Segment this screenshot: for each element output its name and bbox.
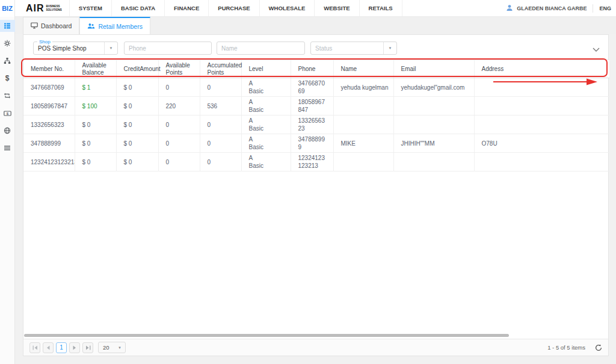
sidebar-item-organization[interactable] — [0, 55, 15, 67]
nav-item-retails[interactable]: RETAILS — [359, 0, 402, 16]
nav-item-purchase[interactable]: PURCHASE — [208, 0, 259, 16]
tab-dashboard[interactable]: Dashboard — [23, 17, 79, 34]
sidebar-item-finance[interactable]: $ — [0, 72, 15, 84]
language-selector[interactable]: ENG — [599, 5, 611, 11]
column-header-member-no[interactable]: Member No. — [23, 60, 75, 78]
repeat-icon — [4, 92, 11, 99]
cell-name — [333, 97, 393, 116]
cell-level: A Basic — [241, 116, 291, 134]
page-size-value: 20 — [99, 344, 118, 351]
table-row: 347888999$ 0$ 000A Basic347888999MIKEJHI… — [23, 134, 609, 153]
tab-retail-members[interactable]: Retail Members — [79, 17, 150, 34]
horizontal-scrollbar[interactable] — [24, 334, 509, 337]
column-header-accumulated-points[interactable]: Accumulated Points — [200, 60, 241, 78]
tab-bar: Dashboard Retail Members — [15, 17, 616, 34]
cell-member-no: 1332656323 — [23, 116, 75, 134]
nav-item-basic-data[interactable]: BASIC DATA — [111, 0, 164, 16]
cell-address — [474, 116, 609, 134]
column-header-phone[interactable]: Phone — [291, 60, 333, 78]
cell-email: yehudakugel"gmail.com — [393, 78, 474, 97]
pagination-bar: 1 20 ▼ 1 - 5 of 5 items — [23, 339, 608, 356]
cell-address — [474, 153, 609, 171]
nav-item-system[interactable]: SYSTEM — [69, 0, 111, 16]
column-header-available-points[interactable]: Available Points — [158, 60, 200, 78]
column-header-email[interactable]: Email — [393, 60, 474, 78]
cell-available-points: 0 — [158, 78, 200, 97]
logo-text: AIR — [26, 3, 45, 14]
cell-name — [333, 116, 393, 134]
cell-available-balance: $ 1 — [75, 78, 116, 97]
content-card: Shop POS Simple Shop ▼ Status ▼ Memb — [23, 34, 609, 356]
cell-phone: 12324123123213 — [291, 153, 333, 171]
nav-item-website[interactable]: WEBSITE — [314, 0, 359, 16]
cell-credit-amount: $ 0 — [116, 78, 158, 97]
table-row: 18058967847$ 100$ 0220536A Basic18058967… — [23, 97, 609, 116]
main-nav: SYSTEM BASIC DATA FINANCE PURCHASE WHOLE… — [69, 0, 402, 16]
cell-available-points: 220 — [158, 97, 200, 116]
cell-accumulated-points: 0 — [200, 78, 241, 97]
dollar-icon: $ — [5, 74, 10, 82]
app-logo: AIR BUSINESS SOLUTIONS — [15, 0, 69, 16]
filter-toolbar: Shop POS Simple Shop ▼ Status ▼ — [23, 35, 608, 59]
sidebar-item-money[interactable]: $ — [0, 107, 15, 119]
cell-credit-amount: $ 0 — [116, 116, 158, 134]
previous-page-button[interactable] — [43, 342, 54, 353]
cell-name: yehuda kugelman — [333, 78, 393, 97]
page-1-button[interactable]: 1 — [56, 342, 67, 353]
column-header-address[interactable]: Address — [474, 60, 609, 78]
next-page-button[interactable] — [69, 342, 80, 353]
cell-phone: 3476687069 — [291, 78, 333, 97]
shop-select-label: Shop — [37, 39, 52, 45]
cell-accumulated-points: 0 — [200, 134, 241, 153]
sidebar-item-more[interactable] — [0, 142, 15, 154]
nav-item-finance[interactable]: FINANCE — [164, 0, 208, 16]
first-page-button[interactable] — [29, 342, 40, 353]
cell-level: A Basic — [241, 97, 291, 116]
tab-label: Dashboard — [41, 22, 72, 29]
biz-logo: BIZ — [0, 0, 14, 17]
cell-level: A Basic — [241, 134, 291, 153]
phone-filter-input[interactable] — [124, 42, 212, 55]
cell-email — [393, 97, 474, 116]
nav-item-wholesale[interactable]: WHOLESALE — [259, 0, 315, 16]
sidebar-item-transactions[interactable] — [0, 90, 15, 102]
cell-available-balance: $ 0 — [75, 153, 116, 171]
cell-available-balance: $ 0 — [75, 134, 116, 153]
items-summary: 1 - 5 of 5 items — [547, 344, 585, 351]
top-header: AIR BUSINESS SOLUTIONS SYSTEM BASIC DATA… — [15, 0, 616, 17]
sidebar-item-settings[interactable] — [0, 37, 15, 49]
cell-accumulated-points: 536 — [200, 97, 241, 116]
cell-available-balance: $ 0 — [75, 116, 116, 134]
chevron-down-icon: ▼ — [118, 346, 125, 350]
column-header-credit-amount[interactable]: CreditAmount — [116, 60, 158, 78]
name-filter-input[interactable] — [217, 42, 305, 55]
column-header-available-balance[interactable]: Available Balance — [75, 60, 116, 78]
shop-select-value: POS Simple Shop — [34, 45, 104, 52]
cell-address — [474, 97, 609, 116]
table-row: 12324123123213$ 0$ 000A Basic12324123123… — [23, 153, 609, 171]
cell-available-points: 0 — [158, 153, 200, 171]
refresh-button[interactable] — [595, 344, 602, 351]
cell-phone: 1332656323 — [291, 116, 333, 134]
divider — [593, 4, 593, 13]
cell-level: A Basic — [241, 153, 291, 171]
cell-level: A Basic — [241, 78, 291, 97]
last-page-button[interactable] — [82, 342, 93, 353]
status-select[interactable]: Status ▼ — [310, 42, 397, 55]
page-size-select[interactable]: 20 ▼ — [98, 342, 126, 353]
column-header-level[interactable]: Level — [241, 60, 291, 78]
chevron-down-icon: ▼ — [104, 42, 117, 54]
user-menu[interactable]: GLAEDEN BIANCA GARBE — [506, 3, 587, 14]
tab-label: Retail Members — [98, 23, 143, 30]
collapse-filters-chevron-icon[interactable] — [593, 43, 600, 54]
svg-text:$: $ — [6, 111, 8, 115]
logo-subtext: BUSINESS SOLUTIONS — [46, 5, 62, 11]
sidebar-item-members[interactable] — [0, 20, 15, 32]
cell-credit-amount: $ 0 — [116, 153, 158, 171]
sidebar-item-website[interactable] — [0, 125, 15, 137]
user-name: GLAEDEN BIANCA GARBE — [517, 5, 587, 11]
cell-accumulated-points: 0 — [200, 153, 241, 171]
cell-email: JHIHIH""MM — [393, 134, 474, 153]
shop-select[interactable]: Shop POS Simple Shop ▼ — [33, 42, 118, 55]
column-header-name[interactable]: Name — [333, 60, 393, 78]
